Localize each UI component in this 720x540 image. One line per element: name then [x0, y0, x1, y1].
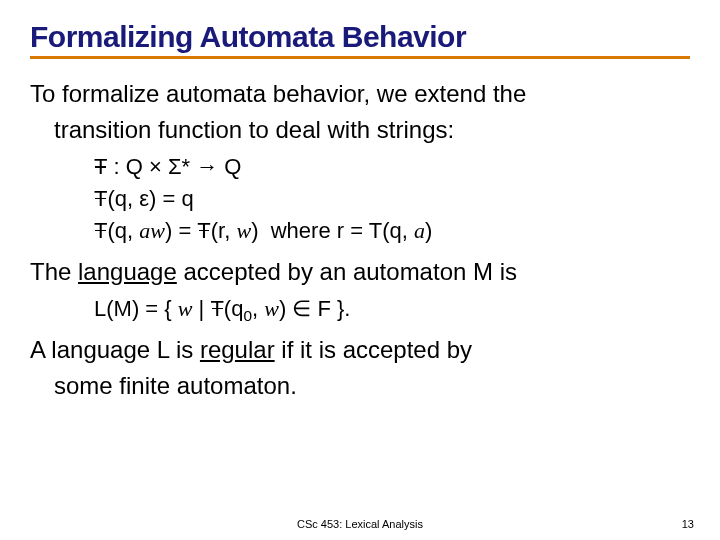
footer-page-number: 13: [682, 518, 694, 530]
regular-line-1: A language L is regular if it is accepte…: [30, 335, 690, 365]
language-formula-block: L(M) = { w | T(q0, w) ∈ F }.: [30, 293, 690, 325]
transition-formulas: T : Q × Σ* → Q T(q, ε) = q T(q, aw) = T(…: [30, 151, 690, 247]
language-formula: L(M) = { w | T(q0, w) ∈ F }.: [94, 293, 690, 325]
slide-title: Formalizing Automata Behavior: [30, 20, 690, 54]
intro-line-1: To formalize automata behavior, we exten…: [30, 79, 690, 109]
title-rule: [30, 56, 690, 59]
formula-base-case: T(q, ε) = q: [94, 183, 690, 215]
formula-recursive: T(q, aw) = T(r, w) where r = T(q, a): [94, 215, 690, 247]
footer-center: CSc 453: Lexical Analysis: [297, 518, 423, 530]
formula-signature: T : Q × Σ* → Q: [94, 151, 690, 183]
regular-line-2: some finite automaton.: [30, 371, 690, 401]
language-line: The language accepted by an automaton M …: [30, 257, 690, 287]
intro-line-2: transition function to deal with strings…: [30, 115, 690, 145]
